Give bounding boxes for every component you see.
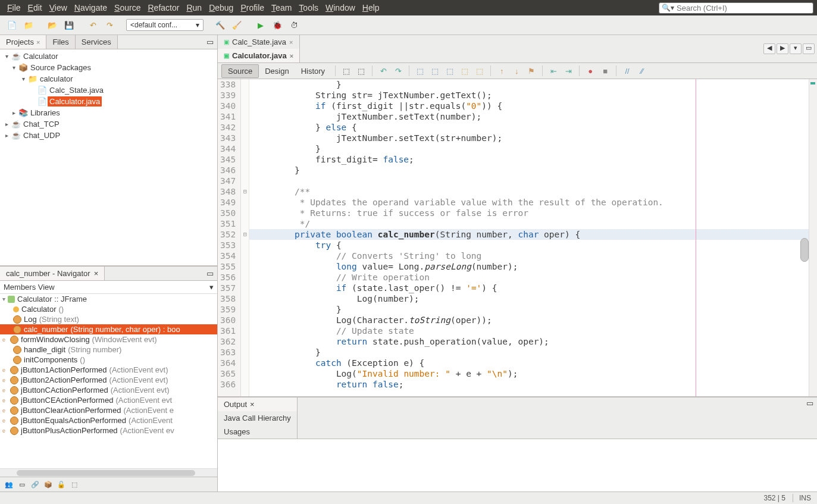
tree-item-label[interactable]: Chat_TCP [21,119,61,129]
search-input[interactable] [677,4,807,12]
projects-tab-files[interactable]: Files [46,35,75,49]
close-icon[interactable]: × [290,52,293,60]
fold-icon[interactable]: ⊟ [241,186,249,197]
code-line[interactable]: return state.push_operation(value, oper)… [249,336,809,347]
editor-tab[interactable]: ▣Calculator.java × [218,49,300,62]
macro-rec-icon[interactable]: ● [584,65,597,77]
nav-method[interactable]: ejButtonCEActionPerformed(ActionEvent ev… [0,395,217,405]
editor-tab[interactable]: ▣Calc_State.java × [218,35,300,49]
filter5-icon[interactable]: 🔓 [56,479,67,490]
code-line[interactable]: catch (Exception e) { [249,358,809,368]
menu-tools[interactable]: Tools [295,2,322,14]
next-bm-icon[interactable]: ↓ [510,65,523,77]
view-history[interactable]: History [295,65,331,77]
filter2-icon[interactable]: ▭ [17,479,27,490]
tree-item-label[interactable]: Chat_UDP [21,130,62,140]
filter4-icon[interactable]: 📦 [43,479,54,490]
nav-class-header[interactable]: ▾ Calculator :: JFrame [0,294,217,304]
next-tab-icon[interactable]: ▶ [777,43,788,54]
code-line[interactable]: String str= jTextNumber.getText(); [249,90,809,101]
minimize-icon[interactable]: ▭ [203,268,217,279]
code-line[interactable]: // Converts 'String' to long [249,251,809,261]
expander-icon[interactable]: ▸ [2,132,11,139]
tree-row[interactable]: ▸📚Libraries [2,107,215,118]
minimize-icon[interactable]: ▭ [203,36,217,48]
code-line[interactable]: } else { [249,122,809,133]
nav-method[interactable]: ejButtonClearActionPerformed(ActionEvent… [0,405,217,415]
code-line[interactable]: return false; [249,379,809,390]
code-line[interactable]: } [249,165,809,176]
nav-icon[interactable]: ↷ [392,65,405,77]
macro-stop-icon[interactable]: ■ [599,65,612,77]
find-sel-icon[interactable]: ⬚ [414,65,427,77]
config-select[interactable]: <default conf...▾ [126,19,204,31]
expander-icon[interactable]: ▾ [10,64,18,71]
filter6-icon[interactable]: ⬚ [69,479,80,490]
menu-source[interactable]: Source [111,2,144,14]
code-editor[interactable]: 3383393403413423433443453463473483493503… [218,79,817,396]
toggle-bm-icon[interactable]: ⚑ [525,65,538,77]
find-prev-icon[interactable]: ⬚ [428,65,442,77]
code-line[interactable]: first_digit= false; [249,154,809,165]
toggle-hl-icon[interactable]: ⬚ [458,65,471,77]
save-all-icon[interactable]: 💾 [62,18,76,32]
clean-build-icon[interactable]: 🧹 [230,18,244,32]
toggle-rect-icon[interactable]: ⬚ [473,65,486,77]
shift-left-icon[interactable]: ⇤ [547,65,560,77]
code-line[interactable]: jTextNumber.setText(number); [249,111,809,122]
tree-row[interactable]: ▾📦Source Packages [2,62,215,73]
menu-window[interactable]: Window [322,2,359,14]
global-search[interactable]: 🔍▾ [659,2,813,14]
code-line[interactable]: private boolean calc_number(String numbe… [249,229,809,240]
history-fwd-icon[interactable]: ⬚ [355,65,368,77]
redo-icon[interactable]: ↷ [102,18,117,32]
minimize-icon[interactable]: ▭ [803,397,817,439]
code-line[interactable]: /** [249,186,809,197]
nav-icon[interactable]: ↶ [377,65,390,77]
code-line[interactable]: if (state.last_oper() != '=') { [249,283,809,293]
projects-tab-services[interactable]: Services [76,35,118,49]
fold-column[interactable]: ⊟⊟ [241,79,249,396]
code-line[interactable]: Log(number); [249,293,809,304]
code-line[interactable]: try { [249,240,809,251]
code-line[interactable]: // Write operation [249,272,809,283]
tree-row[interactable]: 📄Calculator.java [2,96,215,107]
menu-run[interactable]: Run [183,2,205,14]
comment-icon[interactable]: // [621,65,634,77]
code-line[interactable] [249,176,809,186]
nav-method[interactable]: ejButton1ActionPerformed(ActionEvent evt… [0,365,217,375]
profile-icon[interactable]: ⏱ [287,18,301,32]
nav-hscroll[interactable] [0,468,217,477]
nav-method[interactable]: calc_number(String number, char oper) : … [0,324,217,334]
menu-view[interactable]: View [46,2,71,14]
nav-method[interactable]: initComponents() [0,355,217,365]
view-source[interactable]: Source [221,64,259,78]
prev-bm-icon[interactable]: ↑ [495,65,508,77]
output-tab-java-call-hierarchy[interactable]: Java Call Hierarchy [218,411,298,425]
code-line[interactable]: * Updates the operand variable value wit… [249,197,809,208]
tree-row[interactable]: 📄Calc_State.java [2,84,215,96]
code-line[interactable]: } [249,304,809,315]
menu-profile[interactable]: Profile [237,2,268,14]
menu-help[interactable]: Help [359,2,383,14]
nav-method[interactable]: ejButtonCActionPerformed(ActionEvent evt… [0,385,217,395]
shift-right-icon[interactable]: ⇥ [562,65,575,77]
tree-item-label[interactable]: Calculator [21,51,60,61]
nav-method[interactable]: ejButtonEqualsActionPerformed(ActionEven… [0,415,217,425]
code-line[interactable]: Log("Invalid number: " + e + "\n"); [249,368,809,379]
code-line[interactable]: * Returns: true if success or false is e… [249,208,809,218]
build-icon[interactable]: 🔨 [213,18,227,32]
tree-row[interactable]: ▾📁calculator [2,73,215,84]
code-line[interactable]: Log(Character.toString(oper)); [249,315,809,325]
expander-icon[interactable]: ▸ [2,121,11,127]
code-line[interactable]: long value= Long.parseLong(number); [249,261,809,272]
menu-navigate[interactable]: Navigate [71,2,111,14]
maximize-icon[interactable]: ▭ [803,43,815,54]
nav-method[interactable]: Log(String text) [0,314,217,324]
tree-item-label[interactable]: calculator [38,74,75,84]
expander-icon[interactable]: ▾ [2,53,11,60]
projects-tab-projects[interactable]: Projects × [0,35,46,49]
nav-method[interactable]: eformWindowClosing(WindowEvent evt) [0,334,217,345]
new-project-icon[interactable]: 📁 [21,18,36,32]
tree-item-label[interactable]: Calc_State.java [48,85,105,95]
